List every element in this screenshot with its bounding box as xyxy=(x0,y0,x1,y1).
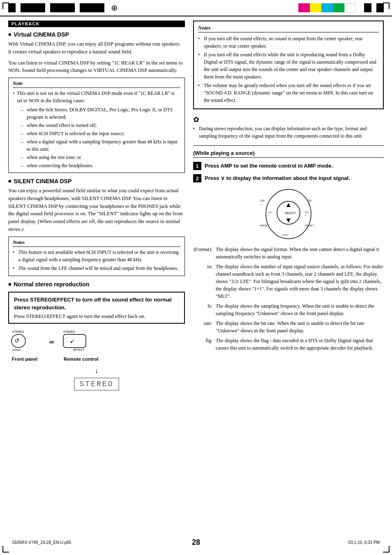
silent-dsp-para: You can enjoy a powerful sound field sim… xyxy=(8,187,185,233)
notes-right-title: Notes xyxy=(198,25,379,32)
step-2-number: 2 xyxy=(193,174,201,182)
svg-text:—: — xyxy=(260,203,262,205)
right-column: Notes If you turn off the sound effects,… xyxy=(193,21,384,395)
corner-mark-bl xyxy=(2,546,9,553)
main-content: PLAYBACK Virtual CINEMA DSP With Virtual… xyxy=(0,16,392,403)
svg-text:CH: CH xyxy=(261,199,265,202)
step-1-row: 1 Press AMP to set the remote control in… xyxy=(193,162,384,170)
tip-text: During stereo reproduction, you can disp… xyxy=(193,125,384,140)
virtual-dsp-para2: You can listen to virtual CINEMA DSP by … xyxy=(8,59,185,75)
svg-text:EFFECT: EFFECT xyxy=(73,348,85,351)
remote-svg: CH — CH + PRESET PRESET TV/V SELECT xyxy=(256,187,321,241)
svg-text:↺: ↺ xyxy=(14,337,19,344)
tip-list: During stereo reproduction, you can disp… xyxy=(193,125,384,140)
right-note-3: The volume may be greatly reduced when y… xyxy=(198,82,379,104)
front-panel-svg: STEREO ↺ SPRED xyxy=(8,329,41,353)
format-label-rate: rate: xyxy=(193,320,216,327)
silent-dsp-notes-list: This feature is not available when 6CH I… xyxy=(13,249,180,272)
or-label: or xyxy=(49,339,54,345)
color-block-yellow xyxy=(310,3,321,12)
footer-left-text: 0105RX-V740_23-28_EN-U.p65 xyxy=(12,540,71,545)
virtual-dsp-title: Virtual CINEMA DSP xyxy=(8,31,185,38)
remote-panel-svg: STEREO ↙ EFFECT xyxy=(62,329,99,353)
format-row-fs: fs: The display shows the sampling frequ… xyxy=(193,302,384,317)
remote-panel-label: Remote control xyxy=(62,357,99,362)
divider-line xyxy=(193,145,384,146)
format-row-rate: rate: The display shows the bit rate. Wh… xyxy=(193,320,384,334)
format-label-fs: fs: xyxy=(193,302,216,310)
svg-text:STEREO: STEREO xyxy=(12,330,24,333)
silent-dsp-notes-title: Notes xyxy=(13,240,180,247)
dash-item-1: when the 6ch Stereo, DOLBY DIGITAL, Pro … xyxy=(21,106,180,121)
notes-right-box: Notes If you turn off the sound effects,… xyxy=(193,21,384,109)
svg-text:SPRED: SPRED xyxy=(12,349,21,351)
black-rect-1 xyxy=(8,3,16,12)
notes-right-list: If you turn off the sound effects, no so… xyxy=(198,35,379,104)
color-block-white xyxy=(344,3,356,12)
svg-text:+: + xyxy=(305,214,306,216)
page-number: 28 xyxy=(192,538,200,547)
stereo-display: STEREO xyxy=(74,378,120,391)
arrow-down: ↓ xyxy=(8,366,185,375)
silent-dsp-title: SILENT CINEMA DSP xyxy=(8,178,185,184)
format-desc-in: The display shows the number of input si… xyxy=(216,263,384,300)
virtual-dsp-note-box: Note This unit is not set in the virtual… xyxy=(8,78,185,173)
format-table: (Format): The display shows the signal f… xyxy=(193,246,384,352)
format-label-format: (Format): xyxy=(193,246,216,253)
format-desc-rate: The display shows the bit rate. When the… xyxy=(216,320,384,334)
svg-text:CH: CH xyxy=(307,199,311,202)
color-block-cyan xyxy=(321,3,333,12)
virtual-dsp-para1: With Virtual CINEMA DSP, you can enjoy a… xyxy=(8,40,185,56)
svg-text:SELECT: SELECT xyxy=(285,212,296,214)
step-2-row: 2 Press ∨ to display the information abo… xyxy=(193,174,384,182)
format-row-format: (Format): The display shows the signal f… xyxy=(193,246,384,260)
format-label-flg: flg: xyxy=(193,337,216,345)
virtual-dsp-note-title: Note xyxy=(13,81,180,88)
black-rect-3 xyxy=(50,3,75,12)
svg-text:CH: CH xyxy=(268,211,271,214)
black-rect-r1 xyxy=(364,3,371,12)
spacer5 xyxy=(373,3,375,12)
step-2-text: Press ∨ to display the information about… xyxy=(205,174,384,182)
instruction-box: Press STEREO/EFFECT to turn off the soun… xyxy=(8,292,185,324)
remote-illustration: CH — CH + PRESET PRESET TV/V SELECT xyxy=(193,187,384,241)
instruction-sub-text: Press STEREO/EFFECT again to turn the so… xyxy=(14,313,179,320)
tip-symbol: ✿ xyxy=(193,115,384,124)
dash-item-4: when a digital signal with a sampling fr… xyxy=(21,138,180,153)
silent-note-2: The sound from the LFE channel will be m… xyxy=(13,265,180,272)
footer-right-text: 03.1.10, 6:31 PM xyxy=(348,540,380,545)
svg-text:PRESET: PRESET xyxy=(305,224,314,227)
dash-item-3: when 6CH INPUT is selected as the input … xyxy=(21,130,180,137)
top-bar: ⊕ xyxy=(0,0,392,16)
while-playing-header: (While playing a source) xyxy=(193,150,384,158)
dash-item-2: when the sound effect is turned off; xyxy=(21,122,180,129)
right-note-1: If you turn off the sound effects, no so… xyxy=(198,35,379,50)
corner-mark-tl xyxy=(2,2,9,9)
remote-panel-item: STEREO ↙ EFFECT Remote control xyxy=(62,329,99,362)
format-row-in: in: The display shows the number of inpu… xyxy=(193,263,384,300)
virtual-dsp-note-item-1: This unit is not set in the virtual CINE… xyxy=(13,90,180,104)
stereo-display-wrapper: STEREO xyxy=(8,378,185,391)
svg-text:+: + xyxy=(308,203,310,205)
top-bar-right xyxy=(364,3,384,12)
svg-text:PRESET: PRESET xyxy=(260,224,269,227)
front-panel-label: Front panel xyxy=(8,357,41,362)
black-rect-2 xyxy=(21,3,45,12)
silent-note-1: This feature is not available when 6CH I… xyxy=(13,249,180,263)
black-rect-4 xyxy=(80,3,104,12)
step-1-text: Press AMP to set the remote control in A… xyxy=(205,162,384,170)
format-desc-fs: The display shows the sampling frequency… xyxy=(216,302,384,317)
format-label-in: in: xyxy=(193,263,216,271)
svg-text:—: — xyxy=(267,214,270,216)
page-footer: 0105RX-V740_23-28_EN-U.p65 28 03.1.10, 6… xyxy=(0,538,392,547)
normal-stereo-title: Normal stereo reproduction xyxy=(8,281,185,288)
color-strip xyxy=(298,3,356,12)
svg-text:↙: ↙ xyxy=(70,338,75,344)
format-row-flg: flg: The display shows the flag - data e… xyxy=(193,337,384,352)
compass-symbol: ⊕ xyxy=(111,3,118,13)
corner-mark-br xyxy=(383,546,390,553)
top-bar-left-elements: ⊕ xyxy=(8,3,118,13)
silent-dsp-notes-box: Notes This feature is not available when… xyxy=(8,237,185,276)
corner-mark-tr xyxy=(383,2,390,9)
format-desc-flg: The display shows the flag - data encode… xyxy=(216,337,384,352)
